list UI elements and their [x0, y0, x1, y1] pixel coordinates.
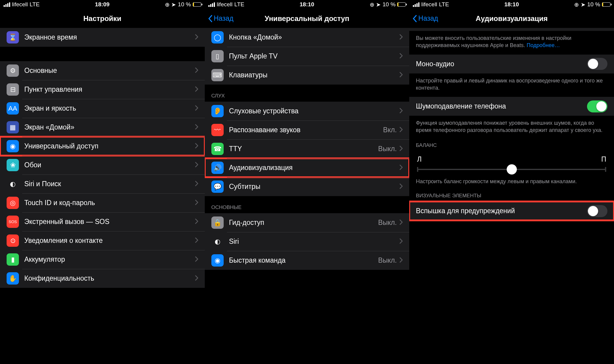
- row-icon: ◐: [211, 235, 224, 248]
- row-icon: ◯: [211, 31, 224, 43]
- row-icon: 💬: [211, 181, 224, 193]
- page-title: Настройки: [83, 14, 121, 23]
- settings-row[interactable]: ⚙Основные: [0, 61, 205, 80]
- row-icon: ⌨: [211, 69, 224, 81]
- row-mono-audio[interactable]: Моно-аудио: [409, 55, 614, 73]
- settings-row[interactable]: ⊟Пункт управления: [0, 80, 205, 99]
- chevron-right-icon: [195, 219, 198, 225]
- toggle-noise-cancellation[interactable]: [587, 100, 607, 112]
- balance-control: ЛП: [409, 151, 614, 177]
- settings-row[interactable]: ✋Конфиденциальность: [0, 269, 205, 288]
- row-noise-cancellation[interactable]: Шумоподавление телефона: [409, 97, 614, 116]
- chevron-right-icon: [400, 257, 403, 264]
- row-label: Слуховые устройства: [229, 107, 400, 115]
- settings-row[interactable]: 🔊Аудиовизуализация: [205, 158, 410, 177]
- row-label: Экранное время: [24, 33, 195, 41]
- chevron-right-icon: [400, 146, 403, 152]
- section-header-hearing: СЛУХ: [205, 85, 410, 102]
- toggle-mono-audio[interactable]: [587, 58, 607, 70]
- row-label: Вспышка для предупреждений: [416, 207, 587, 215]
- settings-row[interactable]: ◎Touch ID и код-пароль: [0, 193, 205, 212]
- settings-row[interactable]: ▯Пульт Apple TV: [205, 47, 410, 66]
- chevron-right-icon: [195, 162, 198, 169]
- row-icon: ◐: [7, 178, 19, 190]
- row-label: Экстренный вызов — SOS: [24, 218, 195, 226]
- chevron-right-icon: [400, 53, 403, 60]
- nav-bar: Назад Универсальный доступ: [205, 9, 410, 28]
- row-icon: ▦: [7, 121, 19, 133]
- row-label: Универсальный доступ: [24, 142, 195, 150]
- phone-2: lifecellLTE 18:10 ⊕ ➤10 % Назад Универса…: [205, 0, 410, 364]
- chevron-right-icon: [195, 124, 198, 131]
- row-icon: ⊟: [7, 83, 19, 96]
- row-label: Кнопка «Домой»: [229, 33, 400, 41]
- back-button[interactable]: Назад: [208, 14, 234, 22]
- row-label: Уведомления о контакте: [24, 237, 195, 245]
- row-icon: AA: [7, 102, 19, 115]
- chevron-right-icon: [195, 143, 198, 150]
- chevron-right-icon: [195, 34, 198, 41]
- balance-slider[interactable]: [417, 169, 606, 170]
- settings-row[interactable]: ⌛Экранное время: [0, 28, 205, 47]
- settings-row[interactable]: ▦Экран «Домой»: [0, 118, 205, 137]
- row-icon: ⚙: [7, 64, 19, 77]
- toggle-flash-alerts[interactable]: [587, 205, 607, 217]
- settings-row[interactable]: ◉Универсальный доступ: [0, 137, 205, 156]
- row-icon: 👂: [211, 105, 224, 117]
- chevron-right-icon: [195, 67, 198, 74]
- settings-row[interactable]: ⊙Уведомления о контакте: [0, 231, 205, 250]
- chevron-right-icon: [400, 127, 403, 133]
- row-icon: 〰: [211, 124, 224, 136]
- description-balance: Настроить баланс громкости между левым и…: [409, 177, 614, 190]
- row-icon: ◉: [211, 254, 224, 267]
- row-icon: ▯: [211, 50, 224, 62]
- settings-row[interactable]: ◉Быстрая командаВыкл.: [205, 251, 410, 270]
- settings-row[interactable]: ◯Кнопка «Домой»: [205, 28, 410, 47]
- row-label: Конфиденциальность: [24, 274, 195, 282]
- settings-row[interactable]: ❀Обои: [0, 156, 205, 175]
- settings-row[interactable]: SOSЭкстренный вызов — SOS: [0, 212, 205, 231]
- settings-row[interactable]: 〰Распознавание звуковВкл.: [205, 121, 410, 139]
- row-label: Пульт Apple TV: [229, 52, 400, 60]
- chevron-right-icon: [400, 165, 403, 171]
- balance-left-label: Л: [417, 155, 422, 163]
- row-value: Выкл.: [378, 256, 397, 264]
- row-icon: ◉: [7, 140, 19, 152]
- row-label: Распознавание звуков: [229, 126, 383, 134]
- chevron-right-icon: [195, 105, 198, 112]
- description-mono: Настройте правый и левый динамик на восп…: [409, 73, 614, 97]
- page-title: Аудиовизуализация: [475, 14, 547, 23]
- phone-1: lifecellLTE 18:09 ⊕ ➤10 % Настройки ⌛Экр…: [0, 0, 205, 364]
- row-icon: SOS: [7, 216, 19, 228]
- description-noise: Функция шумоподавления понижает уровень …: [409, 116, 614, 139]
- chevron-right-icon: [195, 256, 198, 263]
- chevron-right-icon: [400, 238, 403, 245]
- chevron-right-icon: [195, 200, 198, 206]
- settings-row[interactable]: 💬Субтитры: [205, 177, 410, 196]
- chevron-right-icon: [195, 237, 198, 244]
- settings-row[interactable]: ◐Siri и Поиск: [0, 175, 205, 193]
- row-value: Выкл.: [378, 145, 397, 153]
- settings-row[interactable]: ▮Аккумулятор: [0, 250, 205, 269]
- row-flash-alerts[interactable]: Вспышка для предупреждений: [409, 201, 614, 220]
- settings-row[interactable]: ☎TTYВыкл.: [205, 139, 410, 158]
- chevron-right-icon: [400, 108, 403, 115]
- phone-3: lifecellLTE 18:10 ⊕ ➤10 % Назад Аудиовиз…: [409, 0, 614, 364]
- row-icon: ⊙: [7, 234, 19, 247]
- settings-row[interactable]: AAЭкран и яркость: [0, 99, 205, 118]
- settings-row[interactable]: ◐Siri: [205, 232, 410, 251]
- learn-more-link[interactable]: Подробнее…: [526, 42, 560, 48]
- nav-bar: Назад Аудиовизуализация: [409, 9, 614, 28]
- description-headphones: Вы можете вносить пользовательские измен…: [409, 31, 614, 55]
- back-button[interactable]: Назад: [412, 14, 438, 22]
- row-icon: 🔊: [211, 162, 224, 174]
- row-label: Моно-аудио: [416, 60, 587, 68]
- settings-row[interactable]: ⌨Клавиатуры: [205, 66, 410, 85]
- settings-row[interactable]: 🔒Гид-доступВыкл.: [205, 213, 410, 232]
- row-icon: ❀: [7, 159, 19, 171]
- row-label: Основные: [24, 67, 195, 75]
- row-label: Siri: [229, 237, 400, 246]
- settings-row[interactable]: 👂Слуховые устройства: [205, 102, 410, 121]
- row-icon: ▮: [7, 253, 19, 266]
- row-label: Touch ID и код-пароль: [24, 199, 195, 207]
